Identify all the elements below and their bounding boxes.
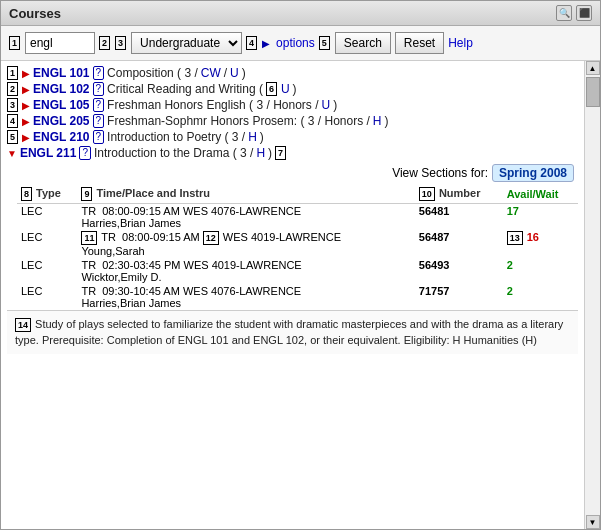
section-type-3: LEC [17, 258, 77, 284]
view-sections-label: View Sections for: [392, 166, 488, 180]
section-number-4: 71757 [415, 284, 503, 310]
course-code-engl101[interactable]: ENGL 101 [33, 66, 89, 80]
badge-2: 2 [99, 36, 110, 50]
course-item-engl105[interactable]: 3 ENGL 105 ? Freshman Honors English ( 3… [7, 97, 578, 113]
description-text: Study of plays selected to familiarize t… [15, 318, 563, 345]
options-link[interactable]: options [276, 36, 315, 50]
course-link-u2[interactable]: U [281, 82, 290, 96]
expand-icon-engl102[interactable] [22, 84, 30, 95]
restore-icon[interactable]: ⬛ [576, 5, 592, 21]
course-list: 1 ENGL 101 ? Composition ( 3 / CW / U ) … [1, 61, 584, 529]
course-title-engl205: Freshman-Sophmr Honors Prosem: ( 3 / Hon… [107, 114, 370, 128]
expand-icon-engl205[interactable] [22, 116, 30, 127]
scrollbar: ▲ ▼ [584, 61, 600, 529]
options-arrow-icon: ▶ [262, 38, 270, 49]
section-row-1: LEC TR 08:00-09:15 AM WES 4076-LAWRENCE … [17, 204, 578, 231]
zoom-icon[interactable]: 🔍 [556, 5, 572, 21]
course-item-engl211[interactable]: ENGL 211 ? Introduction to the Drama ( 3… [7, 145, 578, 161]
course-link-h1[interactable]: H [373, 114, 382, 128]
help-icon-engl205[interactable]: ? [93, 114, 105, 128]
title-bar-icons: 🔍 ⬛ [556, 5, 592, 21]
course-link-h2[interactable]: H [248, 130, 257, 144]
badge-10: 10 [419, 187, 435, 201]
col-type-header: 8 Type [17, 185, 77, 204]
scrollbar-thumb[interactable] [586, 77, 600, 107]
engl211-expanded: View Sections for: Spring 2008 8 Type 9 [17, 161, 578, 310]
course-title-engl210: Introduction to Poetry ( 3 / [107, 130, 245, 144]
course-item-engl102[interactable]: 2 ENGL 102 ? Critical Reading and Writin… [7, 81, 578, 97]
course-title-engl102: Critical Reading and Writing ( [107, 82, 263, 96]
col-number-header: 10 Number [415, 185, 503, 204]
section-type-1: LEC [17, 204, 77, 231]
help-link[interactable]: Help [448, 36, 473, 50]
expand-icon-engl101[interactable] [22, 68, 30, 79]
scrollbar-up-button[interactable]: ▲ [586, 61, 600, 75]
semester-badge[interactable]: Spring 2008 [492, 164, 574, 182]
section-avail-4: 2 [503, 284, 578, 310]
help-icon-engl210[interactable]: ? [93, 130, 105, 144]
help-icon-engl211[interactable]: ? [79, 146, 91, 160]
badge-3: 3 [115, 36, 126, 50]
section-time-2: 11 TR 08:00-09:15 AM 12 WES 4019-LAWRENC… [77, 230, 414, 258]
badge-12: 12 [203, 231, 219, 245]
course-code-engl102[interactable]: ENGL 102 [33, 82, 89, 96]
badge-label-5x: 5 [7, 130, 18, 144]
course-title-engl211: Introduction to the Drama ( 3 / [94, 146, 253, 160]
course-link-u1[interactable]: U [230, 66, 239, 80]
badge-label-1: 1 [7, 66, 18, 80]
section-row-3: LEC TR 02:30-03:45 PM WES 4019-LAWRENCE … [17, 258, 578, 284]
help-icon-engl102[interactable]: ? [93, 82, 105, 96]
view-sections-bar: View Sections for: Spring 2008 [17, 161, 578, 185]
badge-8: 8 [21, 187, 32, 201]
search-input[interactable] [25, 32, 95, 54]
course-code-engl205[interactable]: ENGL 205 [33, 114, 89, 128]
section-avail-2: 13 16 [503, 230, 578, 258]
sections-table: 8 Type 9 Time/Place and Instru 10 Number [17, 185, 578, 310]
badge-4: 4 [246, 36, 257, 50]
help-icon-engl101[interactable]: ? [93, 66, 105, 80]
section-number-3: 56493 [415, 258, 503, 284]
course-link-u3[interactable]: U [321, 98, 330, 112]
course-link-cw[interactable]: CW [201, 66, 221, 80]
expand-icon-engl210[interactable] [22, 132, 30, 143]
level-dropdown[interactable]: Undergraduate Graduate All [131, 32, 242, 54]
main-content: 1 ENGL 101 ? Composition ( 3 / CW / U ) … [1, 61, 600, 529]
section-type-2: LEC [17, 230, 77, 258]
dropdown-container: Undergraduate Graduate All [131, 32, 242, 54]
expand-icon-engl211[interactable] [7, 148, 17, 159]
col-time-header: 9 Time/Place and Instru [77, 185, 414, 204]
col-avail-header: Avail/Wait [503, 185, 578, 204]
help-icon-engl105[interactable]: ? [93, 98, 105, 112]
badge-13: 13 [507, 231, 523, 245]
course-title-engl105: Freshman Honors English ( 3 / Honors / [107, 98, 318, 112]
scrollbar-down-button[interactable]: ▼ [586, 515, 600, 529]
course-title-engl101: Composition ( 3 / [107, 66, 198, 80]
description-box: 14 Study of plays selected to familiariz… [7, 310, 578, 354]
course-code-engl210[interactable]: ENGL 210 [33, 130, 89, 144]
toolbar: 1 2 3 Undergraduate Graduate All 4 ▶ opt… [1, 26, 600, 61]
section-avail-3: 2 [503, 258, 578, 284]
reset-button[interactable]: Reset [395, 32, 444, 54]
course-item-engl210[interactable]: 5 ENGL 210 ? Introduction to Poetry ( 3 … [7, 129, 578, 145]
section-type-4: LEC [17, 284, 77, 310]
badge-label-4x: 4 [7, 114, 18, 128]
course-code-engl211[interactable]: ENGL 211 [20, 146, 76, 160]
section-number-2: 56487 [415, 230, 503, 258]
badge-label-3x: 3 [7, 98, 18, 112]
search-button[interactable]: Search [335, 32, 391, 54]
section-time-1: TR 08:00-09:15 AM WES 4076-LAWRENCE Harr… [77, 204, 414, 231]
courses-window: Courses 🔍 ⬛ 1 2 3 Undergraduate Graduate… [0, 0, 601, 530]
badge-label-6: 6 [266, 82, 277, 96]
badge-9: 9 [81, 187, 92, 201]
course-code-engl105[interactable]: ENGL 105 [33, 98, 89, 112]
course-link-h3[interactable]: H [256, 146, 265, 160]
title-bar: Courses 🔍 ⬛ [1, 1, 600, 26]
badge-5: 5 [319, 36, 330, 50]
section-avail-1: 17 [503, 204, 578, 231]
window-title: Courses [9, 6, 61, 21]
badge-11: 11 [81, 231, 97, 245]
expand-icon-engl105[interactable] [22, 100, 30, 111]
badge-label-7: 7 [275, 146, 286, 160]
course-item-engl205[interactable]: 4 ENGL 205 ? Freshman-Sophmr Honors Pros… [7, 113, 578, 129]
course-item-engl101[interactable]: 1 ENGL 101 ? Composition ( 3 / CW / U ) [7, 65, 578, 81]
